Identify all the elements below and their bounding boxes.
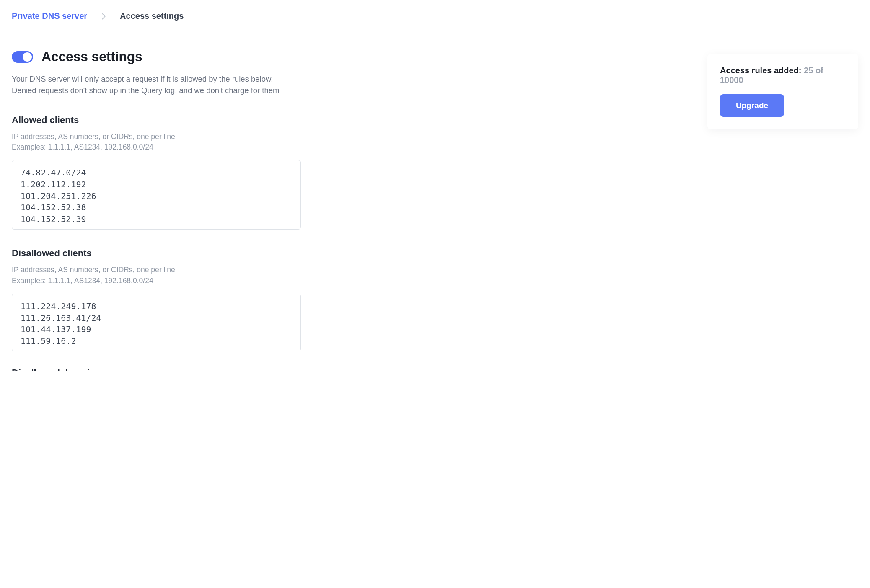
page-description: Your DNS server will only accept a reque… (12, 74, 301, 96)
disallowed-clients-title: Disallowed clients (12, 248, 301, 259)
disallowed-domains-title: Disallowed domains (12, 367, 301, 371)
disallowed-clients-help: IP addresses, AS numbers, or CIDRs, one … (12, 265, 301, 286)
access-rules-label: Access rules added: (720, 66, 804, 75)
breadcrumb-current: Access settings (120, 11, 184, 21)
breadcrumb: Private DNS server Access settings (0, 0, 870, 32)
breadcrumb-root-link[interactable]: Private DNS server (12, 11, 87, 21)
allowed-clients-help: IP addresses, AS numbers, or CIDRs, one … (12, 132, 301, 153)
access-rules-card: Access rules added: 25 of 10000 Upgrade (707, 54, 858, 129)
toggle-knob (23, 52, 32, 62)
access-settings-toggle[interactable] (12, 51, 33, 63)
chevron-right-icon (99, 12, 108, 21)
allowed-clients-title: Allowed clients (12, 115, 301, 126)
upgrade-button[interactable]: Upgrade (720, 94, 784, 117)
disallowed-clients-input[interactable]: 111.224.249.178 111.26.163.41/24 101.44.… (12, 294, 301, 351)
allowed-clients-input[interactable]: 74.82.47.0/24 1.202.112.192 101.204.251.… (12, 160, 301, 230)
page-title: Access settings (41, 49, 142, 64)
